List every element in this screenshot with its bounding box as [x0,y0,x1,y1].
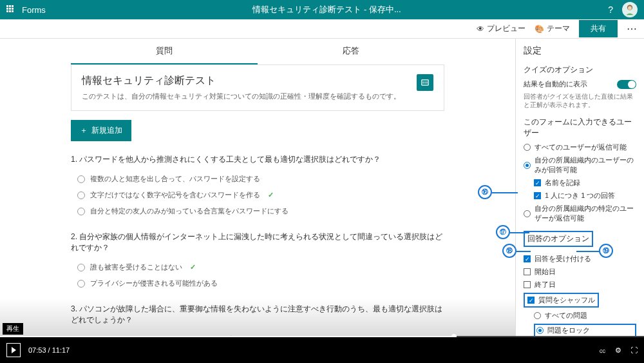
one-response[interactable]: ✓1 人につき 1 つの回答 [534,191,636,201]
radio-icon [77,175,85,183]
play-button[interactable] [6,343,21,357]
eye-icon: 👁 [477,25,484,34]
question-block[interactable]: 1. パスワードを他人から推測されにくくする工夫として最も適切な選択肢はどれです… [71,154,444,216]
option-text: プライバシーが侵害される可能性がある [90,279,218,288]
option-text: 自分と特定の友人のみが知っている合言葉をパスワードにする [90,206,289,216]
editor-area: 質問 応答 情報セキュリティ診断テスト このテストは、自分の情報セキュリティ対策… [0,39,515,337]
callout-17: ⑰ [496,225,510,239]
settings-icon[interactable]: ⚙ [615,346,621,355]
question-text: 1. パスワードを他人から推測されにくくする工夫として最も適切な選択肢はどれです… [71,154,444,165]
cc-icon[interactable]: ㏄ [599,346,606,355]
auto-result-help: 回答者がクイズを送信した直後に結果と正解が表示されます。 [524,92,636,109]
correct-check-icon: ✓ [190,263,196,271]
radio-icon [77,280,85,288]
end-date[interactable]: 終了日 [524,280,636,289]
app-header: Forms 情報セキュリティ診断テスト - 保存中... ? [0,0,644,19]
add-new-button[interactable]: ＋新規追加 [71,120,131,141]
answer-option[interactable]: 文字だけではなく数字や記号を含むパスワードを作る✓ [77,190,444,200]
immersive-icon[interactable] [417,74,433,91]
start-date[interactable]: 開始日 [524,267,636,277]
response-options-heading: 回答のオプション [524,231,593,247]
who-anyone[interactable]: すべてのユーザーが返信可能 [524,142,636,152]
radio-icon [77,264,85,271]
waffle-icon[interactable] [6,5,15,14]
svg-point-1 [628,6,632,10]
form-desc: このテストは、自分の情報セキュリティ対策についての知識の正確性・理解度を確認する… [82,92,433,101]
record-name[interactable]: ✓名前を記録 [534,178,636,188]
correct-check-icon: ✓ [268,191,274,199]
fullscreen-icon[interactable]: ⛶ [630,346,638,354]
doc-title: 情報セキュリティ診断テスト - 保存中... [46,4,608,15]
callout-16: ⑯ [478,185,492,199]
shuffle-questions[interactable]: ✓質問をシャッフル [524,293,636,308]
shuffle-all[interactable]: すべての問題 [534,311,636,320]
app-name: Forms [22,5,46,15]
theme-button[interactable]: 🎨テーマ [535,23,570,34]
replay-label: 再生 [3,323,23,335]
option-text: 誰も被害を受けることはない [90,262,182,272]
who-org[interactable]: 自分の所属組織内のユーザーのみが回答可能 [524,155,636,175]
callout-19: ⑲ [599,244,613,258]
video-player-bar: 07:53 / 11:17 ㏄ ⚙ ⛶ [0,337,644,363]
lock-questions[interactable]: 問題をロック [534,324,636,337]
question-text: 2. 自分や家族の個人情報がインターネット上に漏洩した時に考えられる状況として間… [71,231,444,253]
tab-questions[interactable]: 質問 [71,39,258,64]
share-button[interactable]: 共有 [579,20,618,37]
auto-result-label: 結果を自動的に表示 [524,79,587,89]
settings-panel: 設定 クイズのオプション 結果を自動的に表示 回答者がクイズを送信した直後に結果… [515,39,644,337]
question-block[interactable]: 2. 自分や家族の個人情報がインターネット上に漏洩した時に考えられる状況として間… [71,231,444,288]
radio-icon [77,191,85,199]
answer-option[interactable]: 自分と特定の友人のみが知っている合言葉をパスワードにする [77,206,444,216]
play-icon [12,347,16,353]
plus-icon: ＋ [80,125,88,136]
quiz-options-heading: クイズのオプション [524,64,636,75]
accept-responses[interactable]: ✓回答を受け付ける [524,254,636,264]
question-text: 3. パソコンが故障した場合に、重要御な情報を失わないように注意すべき行動のうち… [71,304,444,326]
toolbar: 👁プレビュー 🎨テーマ 共有 ⋯ [0,19,644,39]
help-icon[interactable]: ? [608,5,613,15]
answer-option[interactable]: プライバシーが侵害される可能性がある [77,279,444,288]
settings-title: 設定 [524,45,636,57]
radio-icon [77,208,85,215]
option-text: 文字だけではなく数字や記号を含むパスワードを作る [90,190,260,200]
video-time: 07:53 / 11:17 [28,346,70,354]
more-button[interactable]: ⋯ [627,23,638,35]
preview-button[interactable]: 👁プレビュー [477,23,526,34]
form-header[interactable]: 情報セキュリティ診断テスト このテストは、自分の情報セキュリティ対策についての知… [71,65,444,111]
tab-responses[interactable]: 応答 [258,39,444,64]
form-title: 情報セキュリティ診断テスト [82,74,433,88]
who-heading: このフォームに入力できるユーザー [524,117,636,139]
avatar[interactable] [622,2,638,17]
palette-icon: 🎨 [535,25,544,34]
question-block[interactable]: 3. パソコンが故障した場合に、重要御な情報を失わないように注意すべき行動のうち… [71,304,444,337]
answer-option[interactable]: 誰も被害を受けることはない✓ [77,262,444,272]
answer-option[interactable]: 複数の人と知恵を出し合って、パスワードを設定する [77,174,444,184]
who-specific[interactable]: 自分の所属組織内の特定のユーザーが返信可能 [524,204,636,223]
option-text: 複数の人と知恵を出し合って、パスワードを設定する [90,174,260,184]
callout-18: ⑱ [502,244,516,258]
auto-result-toggle[interactable] [617,80,636,89]
